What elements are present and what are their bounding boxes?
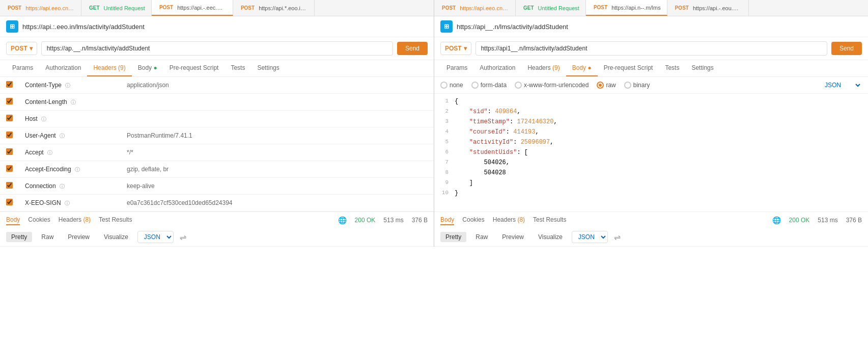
right-json-select[interactable]: JSON XML HTML Text [572, 231, 608, 243]
code-line-7: 7 504026, [434, 159, 868, 169]
left-header-checkbox-7[interactable] [6, 199, 13, 205]
right-tab-1[interactable]: POST https://api.eeo.cn/lms/u [434, 0, 516, 16]
line-content-4: "courseId": 414193, [455, 128, 868, 136]
left-header-row-4: Accept ⓘ */* [0, 144, 434, 161]
left-format-visualize[interactable]: Visualize [99, 232, 133, 242]
left-nav-headers[interactable]: Headers (9) [87, 60, 131, 76]
left-header-info-7: ⓘ [65, 200, 70, 206]
left-bottom-body[interactable]: Body [6, 215, 20, 225]
left-nav-params[interactable]: Params [6, 60, 39, 76]
right-method-chevron: ▾ [464, 45, 467, 52]
right-request-bar: POST ▾ Send [434, 37, 868, 60]
left-tab-1[interactable]: POST https://api.eeo.cn/lms/u [0, 0, 81, 16]
right-url-bar: ⊞ https://api__.n/lms/activity/addStuden… [434, 16, 868, 37]
right-body-options: none form-data x-www-form-urlencoded raw… [434, 77, 868, 94]
left-nav-tests[interactable]: Tests [225, 60, 251, 76]
right-tab-2-label: Untitled Request [538, 5, 579, 11]
right-tab-4-label: https://api.-.eou.m/lms [693, 5, 742, 11]
left-header-checkbox-3[interactable] [6, 131, 13, 138]
left-nav-authorization[interactable]: Authorization [39, 60, 87, 76]
right-method-label: POST [445, 45, 462, 52]
right-tab-1-label: https://api.eeo.cn/lms/u [460, 5, 509, 11]
right-url-input[interactable] [475, 41, 827, 56]
left-method-select[interactable]: POST ▾ [6, 42, 37, 55]
left-nav-body[interactable]: Body ● [132, 60, 163, 76]
right-tab-4[interactable]: POST https://api.-.eou.m/lms [667, 0, 749, 16]
left-header-checkbox-4[interactable] [6, 148, 13, 155]
left-format-raw[interactable]: Raw [36, 232, 59, 242]
left-wrap-btn[interactable]: ⇌ [180, 232, 186, 242]
left-header-info-5: ⓘ [75, 167, 80, 172]
line-content-1: { [455, 98, 868, 105]
right-nav-params[interactable]: Params [440, 60, 473, 76]
right-format-preview[interactable]: Preview [497, 232, 529, 242]
left-tab-3[interactable]: POST https://api.-.eec.m/lms [152, 0, 233, 16]
right-send-button[interactable]: Send [831, 42, 862, 55]
left-bottom-headers[interactable]: Headers (8) [59, 215, 91, 225]
code-line-6: 6 "studentUids": [ [434, 149, 868, 159]
option-urlencoded[interactable]: x-www-form-urlencoded [515, 82, 589, 89]
left-header-key-0: Content-Type [25, 82, 62, 89]
code-line-8: 8 504028 [434, 169, 868, 179]
right-nav-prerequest[interactable]: Pre-request Script [598, 60, 659, 76]
left-header-checkbox-2[interactable] [6, 115, 13, 121]
left-send-button[interactable]: Send [397, 42, 428, 55]
code-line-5: 5 "activityId": 25096097, [434, 139, 868, 149]
left-bottom-test-results[interactable]: Test Results [99, 215, 132, 225]
left-header-checkbox-0[interactable] [6, 81, 13, 88]
right-format-visualize[interactable]: Visualize [533, 232, 568, 242]
left-bottom-cookies[interactable]: Cookies [28, 215, 50, 225]
radio-binary [624, 82, 631, 89]
left-header-value-3: PostmanRuntime/7.41.1 [121, 127, 434, 144]
right-nav-tests[interactable]: Tests [659, 60, 685, 76]
right-format-pretty[interactable]: Pretty [440, 232, 466, 242]
right-method-select[interactable]: POST ▾ [440, 42, 471, 55]
right-nav-headers[interactable]: Headers (9) [521, 60, 566, 76]
right-nav-settings[interactable]: Settings [685, 60, 719, 76]
option-binary[interactable]: binary [624, 82, 650, 89]
right-tab-3[interactable]: POST https://api.n--.m/lms [586, 0, 667, 16]
right-nav-authorization[interactable]: Authorization [473, 60, 521, 76]
right-pane-title: https://api__.n/lms/activity/addStudent [457, 23, 568, 31]
line-number-4: 4 [434, 128, 455, 135]
left-format-bar: Pretty Raw Preview Visualize JSON XML HT… [0, 228, 434, 247]
left-header-value-5: gzip, deflate, br [121, 161, 434, 178]
left-tab-2-label: Untitled Request [104, 5, 145, 11]
right-bottom-headers[interactable]: Headers (8) [493, 215, 525, 225]
right-bottom-bar: Body Cookies Headers (8) Test Results 🌐 … [434, 212, 868, 228]
code-line-2: 2 "sid": 409864, [434, 108, 868, 118]
left-nav-prerequest[interactable]: Pre-request Script [163, 60, 225, 76]
line-number-7: 7 [434, 159, 455, 165]
left-request-bar: POST ▾ Send [0, 37, 434, 60]
option-form-data[interactable]: form-data [471, 82, 507, 89]
right-bottom-body[interactable]: Body [440, 215, 454, 225]
right-json-format-select[interactable]: JSON Text JavaScript HTML XML [823, 81, 862, 89]
right-nav-body[interactable]: Body ● [566, 60, 598, 76]
right-code-editor[interactable]: 1{2 "sid": 409864,3 "timeStamp": 1724146… [434, 94, 868, 204]
right-nav-tabs: Params Authorization Headers (9) Body ● … [434, 60, 868, 77]
left-header-checkbox-1[interactable] [6, 98, 13, 104]
option-raw[interactable]: raw [597, 82, 615, 89]
right-wrap-btn[interactable]: ⇌ [614, 232, 621, 242]
left-json-select[interactable]: JSON XML HTML Text [137, 231, 174, 243]
right-status: 200 OK [789, 217, 810, 224]
right-pane-icon: ⊞ [440, 20, 453, 33]
right-bottom-cookies[interactable]: Cookies [462, 215, 484, 225]
left-tab-2[interactable]: GET Untitled Request [81, 0, 152, 16]
left-tab-4[interactable]: POST https://api.*.eoo.ic/lms [233, 0, 315, 16]
left-nav-settings[interactable]: Settings [251, 60, 285, 76]
left-url-input[interactable] [41, 41, 393, 56]
left-header-checkbox-6[interactable] [6, 182, 13, 189]
left-format-pretty[interactable]: Pretty [6, 232, 32, 242]
left-header-checkbox-5[interactable] [6, 165, 13, 172]
option-none[interactable]: none [440, 82, 463, 89]
right-format-raw[interactable]: Raw [470, 232, 493, 242]
left-format-preview[interactable]: Preview [63, 232, 95, 242]
left-tab-4-method: POST [239, 5, 256, 11]
right-tab-3-label: https://api.n--.m/lms [611, 5, 661, 11]
right-tab-2[interactable]: GET Untitled Request [516, 0, 586, 16]
left-status: 200 OK [355, 217, 376, 224]
left-header-row-3: User-Agent ⓘ PostmanRuntime/7.41.1 [0, 127, 434, 144]
right-bottom-test-results[interactable]: Test Results [533, 215, 566, 225]
left-header-info-0: ⓘ [65, 83, 70, 88]
